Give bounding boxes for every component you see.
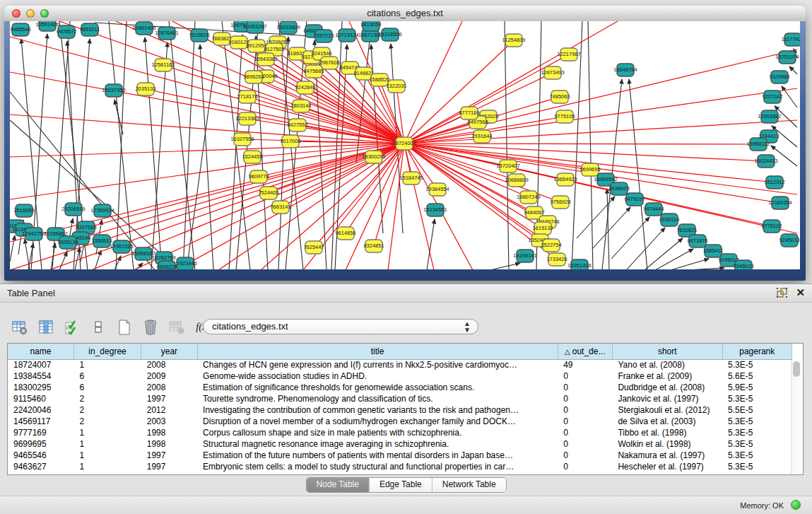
table-cell[interactable]: 1998 [141, 438, 197, 450]
column-header-year[interactable]: year [141, 344, 197, 359]
table-row[interactable]: 969969511998Structural magnetic resonanc… [8, 438, 792, 450]
table-cell[interactable]: Hescheler et al. (1997) [612, 461, 722, 472]
table-cell[interactable]: 5.3E-5 [722, 359, 792, 370]
table-cell[interactable]: 2003 [141, 416, 197, 427]
column-header-short[interactable]: short [612, 344, 722, 359]
table-cell[interactable]: 5.9E-5 [722, 382, 792, 393]
table-cell[interactable]: 1 [73, 450, 141, 461]
table-row[interactable]: 1938455462009Genome-wide association stu… [8, 370, 792, 382]
table-cell[interactable]: 0 [558, 370, 612, 382]
table-cell[interactable]: 2 [73, 416, 141, 427]
table-cell[interactable]: 9699695 [8, 438, 73, 450]
table-settings-icon[interactable] [11, 319, 28, 336]
column-header-title[interactable]: title [197, 344, 558, 359]
table-cell[interactable]: 1 [73, 427, 141, 438]
table-cell[interactable]: Investigating the contribution of common… [197, 404, 558, 416]
table-cell[interactable]: 0 [558, 416, 612, 427]
table-cell[interactable]: 0 [558, 427, 612, 438]
table-cell[interactable]: 49 [558, 359, 612, 370]
table-row[interactable]: 946362711997Embryonic stem cells: a mode… [8, 461, 792, 472]
table-cell[interactable]: 5.5E-5 [722, 404, 792, 416]
tab-network-table[interactable]: Network Table [433, 478, 506, 492]
table-cell[interactable]: 2 [73, 404, 141, 416]
table-cell[interactable]: Nakamura et al. (1997) [612, 450, 722, 461]
column-header-in_degree[interactable]: in_degree [73, 344, 141, 359]
table-cell[interactable]: 2 [73, 393, 141, 404]
float-panel-icon[interactable] [777, 288, 787, 298]
table-cell[interactable]: 14569117 [8, 416, 73, 427]
table-cell[interactable]: 5.3E-5 [722, 393, 792, 404]
table-cell[interactable]: 1997 [141, 461, 197, 472]
table-cell[interactable]: 6 [73, 382, 141, 393]
table-cell[interactable]: 1 [73, 438, 141, 450]
network-window-titlebar[interactable]: citations_edges.txt [4, 6, 806, 22]
select-rows-icon[interactable] [64, 319, 81, 336]
new-column-icon[interactable] [90, 319, 107, 336]
table-cell[interactable]: 9115460 [8, 393, 73, 404]
table-cell[interactable]: 2008 [141, 359, 197, 370]
table-cell[interactable]: Genome-wide association studies in ADHD. [197, 370, 558, 382]
table-row[interactable]: 2242004622012Investigating the contribut… [8, 404, 792, 416]
table-cell[interactable]: 1997 [141, 450, 197, 461]
table-row[interactable]: 977716911998Corpus callosum shape and si… [8, 427, 792, 438]
table-cell[interactable]: Corpus callosum shape and size in male p… [197, 427, 558, 438]
table-selector-dropdown[interactable]: citations_edges.txt ▲▼ [203, 319, 478, 334]
table-cell[interactable]: 0 [558, 450, 612, 461]
table-cell[interactable]: Stergiakouli et al. (2012) [612, 404, 722, 416]
table-cell[interactable]: 2009 [141, 370, 197, 382]
table-cell[interactable]: 9465546 [8, 450, 73, 461]
table-cell[interactable]: 0 [558, 393, 612, 404]
table-cell[interactable]: Disruption of a novel member of a sodium… [197, 416, 558, 427]
network-canvas[interactable]: 1872400776638229160128891295415226058912… [10, 21, 800, 269]
table-cell[interactable]: 1 [73, 359, 141, 370]
table-cell[interactable]: 5.3E-5 [722, 461, 792, 472]
table-cell[interactable]: 9777169 [8, 427, 73, 438]
column-header-name[interactable]: name [8, 344, 73, 359]
close-panel-icon[interactable]: ✕ [796, 286, 805, 299]
table-cell[interactable]: 0 [558, 438, 612, 450]
table-cell[interactable]: 18300295 [8, 382, 73, 393]
scrollbar-thumb[interactable] [793, 361, 800, 377]
table-cell[interactable]: 1997 [141, 393, 197, 404]
table-cell[interactable]: 1 [73, 461, 141, 472]
table-cell[interactable]: Structural magnetic resonance image aver… [197, 438, 558, 450]
show-columns-icon[interactable] [37, 319, 54, 336]
table-cell[interactable]: 5.6E-5 [722, 370, 792, 382]
table-cell[interactable]: Franke et al. (2009) [612, 370, 722, 382]
tab-node-table[interactable]: Node Table [306, 478, 370, 492]
table-cell[interactable]: 0 [558, 382, 612, 393]
table-cell[interactable]: Jankovic et al. (1997) [612, 393, 722, 404]
table-row[interactable]: 1872400712008Changes of HCN gene express… [8, 359, 792, 370]
table-cell[interactable]: Estimation of significance thresholds fo… [197, 382, 558, 393]
table-cell[interactable]: Embryonic stem cells: a model to study s… [197, 461, 558, 472]
table-vertical-scrollbar[interactable] [791, 360, 802, 474]
table-cell[interactable]: 5.3E-5 [722, 450, 792, 461]
table-cell[interactable]: 5.3E-5 [722, 438, 792, 450]
table-cell[interactable]: 0 [558, 461, 612, 472]
table-cell[interactable]: Wolkin et al. (1998) [612, 438, 722, 450]
table-cell[interactable]: 0 [558, 404, 612, 416]
table-cell[interactable]: 18724007 [8, 359, 73, 370]
column-header-pagerank[interactable]: pagerank [722, 344, 792, 359]
column-header-out_de[interactable]: △out_de... [558, 344, 612, 359]
table-row[interactable]: 946554611997Estimation of the future num… [8, 450, 792, 461]
table-cell[interactable]: 19384554 [8, 370, 73, 382]
delete-column-icon[interactable] [142, 319, 159, 336]
table-cell[interactable]: Tourette syndrome. Phenomenology and cla… [197, 393, 558, 404]
table-cell[interactable]: 22420046 [8, 404, 73, 416]
new-table-icon[interactable] [116, 319, 133, 336]
table-cell[interactable]: de Silva et al. (2003) [612, 416, 722, 427]
table-cell[interactable]: 1998 [141, 427, 197, 438]
table-cell[interactable]: 2012 [141, 404, 197, 416]
table-cell[interactable]: Changes of HCN gene expression and I(f) … [197, 359, 558, 370]
table-row[interactable]: 911546021997Tourette syndrome. Phenomeno… [8, 393, 792, 404]
table-cell[interactable]: 5.3E-5 [722, 416, 792, 427]
table-cell[interactable]: Yano et al. (2008) [612, 359, 722, 370]
table-cell[interactable]: 6 [73, 370, 141, 382]
tab-edge-table[interactable]: Edge Table [370, 478, 433, 492]
table-cell[interactable]: Tibbo et al. (1998) [612, 427, 722, 438]
table-cell[interactable]: 5.3E-5 [722, 427, 792, 438]
table-cell[interactable]: Estimation of the future numbers of pati… [197, 450, 558, 461]
table-cell[interactable]: 9463627 [8, 461, 73, 472]
table-cell[interactable]: 2008 [141, 382, 197, 393]
